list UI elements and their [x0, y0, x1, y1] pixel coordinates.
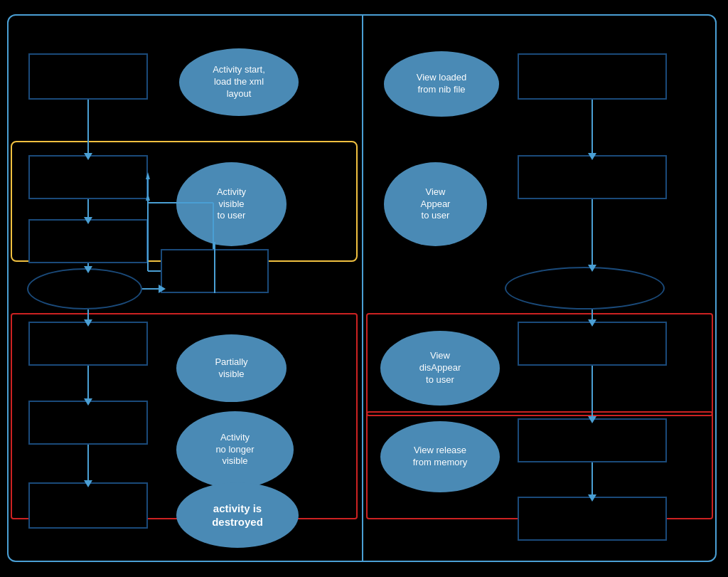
ellipse-activity-start-label: Activity start, load the xml layout	[213, 64, 265, 100]
rect-left-r5	[28, 482, 148, 529]
ellipse-activity-destroyed: activity is destroyed	[176, 482, 299, 548]
oval-left	[27, 268, 142, 309]
ellipse-view-appear: View Appear to user	[384, 162, 487, 246]
ellipse-activity-destroyed-label: activity is destroyed	[212, 502, 263, 529]
ellipse-activity-visible-label: Activity visible to user	[217, 186, 246, 223]
rect-middle-left	[161, 249, 269, 293]
rect-right-r5	[518, 497, 667, 541]
ellipse-view-loaded-label: View loaded from nib file	[417, 72, 467, 96]
rect-left-r2a	[28, 155, 148, 199]
diagram-container: Activity start, load the xml layout View…	[7, 14, 718, 566]
center-divider	[362, 14, 363, 562]
ellipse-partially-visible: Partially visible	[176, 334, 287, 402]
rect-left-r4a	[28, 322, 148, 366]
rect-right-r2	[518, 155, 667, 199]
rect-left-r4b	[28, 401, 148, 445]
oval-right	[505, 267, 665, 309]
ellipse-view-disappear-label: View disAppear to user	[419, 350, 461, 386]
ellipse-activity-visible: Activity visible to user	[176, 162, 287, 246]
rect-right-r4b	[518, 418, 667, 462]
rect-left-r2b	[28, 219, 148, 263]
ellipse-view-loaded: View loaded from nib file	[384, 51, 499, 117]
ellipse-activity-start: Activity start, load the xml layout	[179, 48, 299, 116]
ellipse-activity-no-longer-label: Activity no longer visible	[215, 432, 254, 468]
ellipse-view-appear-label: View Appear to user	[421, 186, 451, 223]
rect-left-r1	[28, 53, 148, 100]
rect-right-r4a	[518, 322, 667, 366]
ellipse-view-release: View release from memory	[380, 421, 500, 492]
ellipse-view-disappear: View disAppear to user	[380, 331, 500, 406]
ellipse-partially-visible-label: Partially visible	[215, 356, 247, 381]
ellipse-view-release-label: View release from memory	[413, 445, 468, 469]
ellipse-activity-no-longer: Activity no longer visible	[176, 411, 294, 488]
rect-right-r1	[518, 53, 667, 100]
